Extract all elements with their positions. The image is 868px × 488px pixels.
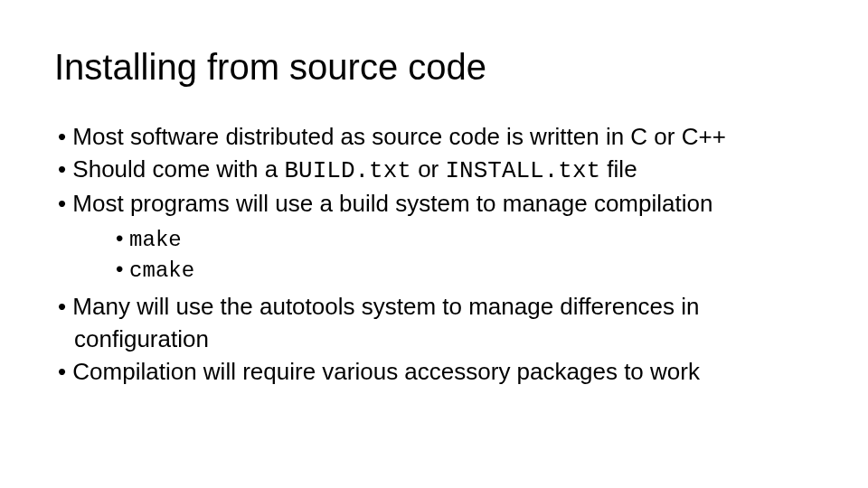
sub-bullet-text: cmake (129, 258, 194, 283)
bullet-text-part: Should come with a (72, 155, 284, 183)
bullet-text: Most programs will use a build system to… (72, 190, 712, 217)
code-span: INSTALL.txt (445, 157, 600, 184)
slide-title: Installing from source code (54, 47, 814, 87)
bullet-text: Many will use the autotools system to ma… (72, 293, 699, 352)
bullet-item: Most programs will use a build system to… (54, 188, 814, 286)
bullet-text-part: or (411, 155, 446, 183)
sub-bullet-list: make cmake (74, 224, 814, 286)
bullet-text: Compilation will require various accesso… (72, 358, 700, 385)
bullet-item: Most software distributed as source code… (54, 121, 814, 154)
slide: Installing from source code Most softwar… (0, 0, 868, 488)
sub-bullet-text: make (129, 228, 182, 252)
bullet-text-part: file (600, 155, 637, 183)
sub-bullet-item: make (116, 224, 814, 255)
bullet-list: Most software distributed as source code… (54, 121, 814, 389)
bullet-item: Many will use the autotools system to ma… (54, 291, 814, 356)
bullet-item: Compilation will require various accesso… (54, 356, 814, 389)
sub-bullet-item: cmake (116, 255, 814, 286)
bullet-item: Should come with a BUILD.txt or INSTALL.… (54, 154, 814, 188)
bullet-text: Most software distributed as source code… (72, 123, 726, 150)
code-span: BUILD.txt (284, 157, 410, 184)
